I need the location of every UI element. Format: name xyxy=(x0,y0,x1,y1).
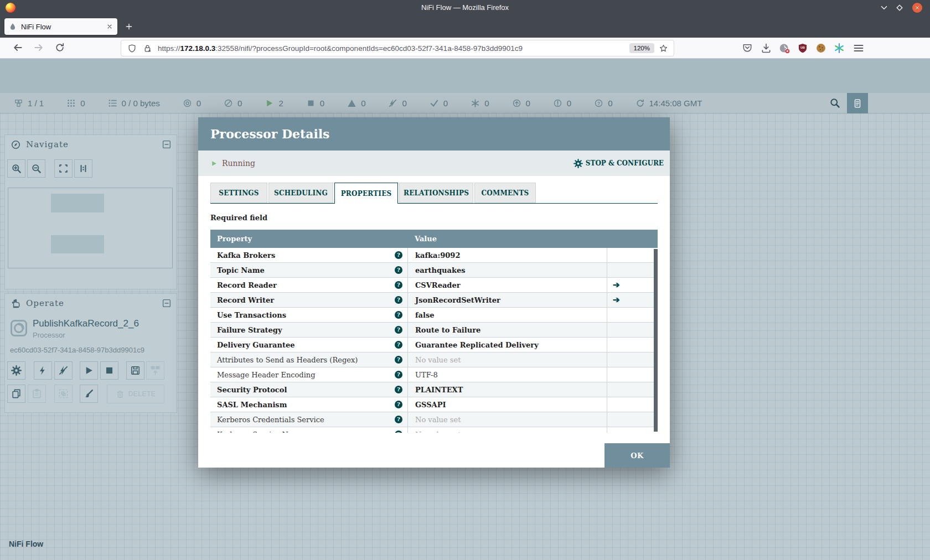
property-row[interactable]: Use Transactions?false xyxy=(210,308,658,323)
property-value[interactable]: UTF-8 xyxy=(407,367,607,382)
property-value[interactable]: JsonRecordSetWriter xyxy=(407,293,607,307)
start-button[interactable] xyxy=(80,361,98,380)
zoom-fit-button[interactable] xyxy=(54,159,73,178)
navigate-collapse-icon[interactable] xyxy=(162,139,172,149)
forward-button[interactable] xyxy=(33,42,45,54)
tab-properties[interactable]: PROPERTIES xyxy=(334,183,398,204)
help-icon[interactable]: ? xyxy=(395,296,402,304)
nifi-header: nifi admin LOG OUT xyxy=(0,59,930,93)
tab-settings[interactable]: SETTINGS xyxy=(210,183,267,203)
browser-tab[interactable]: NiFi Flow xyxy=(4,18,117,35)
property-value[interactable]: false xyxy=(407,308,607,322)
window-maximize-button[interactable] xyxy=(895,3,905,13)
tracking-shield-icon[interactable] xyxy=(127,44,137,53)
create-template-button[interactable] xyxy=(126,361,144,380)
pocket-icon[interactable] xyxy=(742,43,753,54)
window-close-button[interactable] xyxy=(912,3,922,13)
extension-icon[interactable] xyxy=(779,43,790,54)
property-row[interactable]: Failure Strategy?Route to Failure xyxy=(210,323,658,338)
property-value[interactable]: No value set xyxy=(407,412,607,427)
property-row[interactable]: Kerberos Service Name?No value set xyxy=(210,427,658,433)
tab-comments[interactable]: COMMENTS xyxy=(474,183,536,203)
tab-relationships[interactable]: RELATIONSHIPS xyxy=(399,183,473,203)
property-extra-cell xyxy=(607,397,658,412)
tab-close-icon[interactable] xyxy=(106,23,113,30)
operate-collapse-icon[interactable] xyxy=(162,298,172,308)
property-row[interactable]: Attributes to Send as Headers (Regex)?No… xyxy=(210,352,658,367)
search-icon[interactable] xyxy=(829,97,840,108)
help-icon[interactable]: ? xyxy=(395,281,402,289)
status-transmitting-value: 0 xyxy=(197,98,201,108)
url-bar[interactable]: https://172.18.0.3:32558/nifi/?processGr… xyxy=(121,40,674,56)
property-value[interactable]: kafka:9092 xyxy=(407,248,607,262)
status-history-panel-button[interactable] xyxy=(847,93,868,113)
property-value[interactable]: No value set xyxy=(407,352,607,367)
property-row[interactable]: Record Reader?CSVReader➔ xyxy=(210,278,658,293)
browser-menu-icon[interactable] xyxy=(853,43,864,54)
help-icon[interactable]: ? xyxy=(395,356,402,364)
property-row[interactable]: Topic Name?earthquakes xyxy=(210,263,658,278)
property-row[interactable]: Security Protocol?PLAINTEXT xyxy=(210,382,658,397)
property-extra-cell xyxy=(607,323,658,337)
help-icon[interactable]: ? xyxy=(395,341,402,349)
status-invalid: 0 xyxy=(347,98,365,108)
bookmark-star-icon[interactable] xyxy=(659,44,668,53)
snowflake-extension-icon[interactable] xyxy=(834,43,845,54)
zoom-actual-size-button[interactable] xyxy=(74,159,92,178)
property-value[interactable]: Route to Failure xyxy=(407,323,607,337)
zoom-in-button[interactable] xyxy=(7,159,25,178)
go-to-service-icon[interactable]: ➔ xyxy=(613,280,620,290)
new-tab-button[interactable] xyxy=(123,20,135,33)
cookie-extension-icon[interactable] xyxy=(815,43,826,54)
status-disabled: 0 xyxy=(388,98,406,108)
table-scrollbar[interactable] xyxy=(654,249,658,432)
ublock-origin-icon[interactable] xyxy=(797,43,808,54)
back-button[interactable] xyxy=(12,42,24,54)
help-icon[interactable]: ? xyxy=(395,371,402,378)
tab-scheduling[interactable]: SCHEDULING xyxy=(268,183,333,203)
configure-button[interactable] xyxy=(7,361,25,380)
property-value[interactable]: earthquakes xyxy=(407,263,607,277)
window-minimize-button[interactable] xyxy=(879,3,889,13)
status-up-to-date: 0 xyxy=(430,98,448,108)
property-row[interactable]: Delivery Guarantee?Guarantee Replicated … xyxy=(210,338,658,352)
help-icon[interactable]: ? xyxy=(395,431,402,433)
status-refresh[interactable]: 14:45:08 GMT xyxy=(636,98,702,108)
enable-button[interactable] xyxy=(34,361,52,380)
connection-lock-icon[interactable] xyxy=(143,44,152,53)
stop-button[interactable] xyxy=(100,361,118,380)
help-icon[interactable]: ? xyxy=(395,251,402,259)
property-row[interactable]: SASL Mechanism?GSSAPI xyxy=(210,397,658,412)
property-row[interactable]: Record Writer?JsonRecordSetWriter➔ xyxy=(210,293,658,308)
property-value[interactable]: No value set xyxy=(407,427,607,433)
downloads-icon[interactable] xyxy=(761,43,772,54)
copy-button[interactable] xyxy=(7,385,25,403)
refresh-icon[interactable] xyxy=(636,98,645,108)
zoom-level-badge[interactable]: 120% xyxy=(629,43,654,53)
zoom-out-button[interactable] xyxy=(27,159,45,178)
property-value[interactable]: CSVReader xyxy=(407,278,607,292)
property-value[interactable]: PLAINTEXT xyxy=(407,382,607,397)
go-to-service-icon[interactable]: ➔ xyxy=(613,295,620,305)
help-icon[interactable]: ? xyxy=(395,386,402,393)
reload-button[interactable] xyxy=(54,42,66,54)
help-icon[interactable]: ? xyxy=(395,416,402,423)
breadcrumb[interactable]: NiFi Flow xyxy=(9,540,43,548)
property-value[interactable]: Guarantee Replicated Delivery xyxy=(407,338,607,352)
url-text[interactable]: https://172.18.0.3:32558/nifi/?processGr… xyxy=(158,44,629,53)
help-icon[interactable]: ? xyxy=(395,311,402,319)
birdseye-minimap[interactable] xyxy=(8,188,173,268)
property-value[interactable]: GSSAPI xyxy=(407,397,607,412)
property-row[interactable]: Kafka Brokers?kafka:9092 xyxy=(210,248,658,263)
property-row[interactable]: Kerberos Credentials Service?No value se… xyxy=(210,412,658,427)
status-cluster-value: 1 / 1 xyxy=(28,98,44,108)
help-icon[interactable]: ? xyxy=(395,266,402,274)
change-color-button[interactable] xyxy=(80,385,98,403)
disable-button[interactable] xyxy=(54,361,73,380)
stop-and-configure-button[interactable]: STOP & CONFIGURE xyxy=(574,151,664,176)
hand-icon xyxy=(11,298,21,309)
help-icon[interactable]: ? xyxy=(395,401,402,408)
ok-button[interactable]: OK xyxy=(604,443,670,468)
property-row[interactable]: Message Header Encoding?UTF-8 xyxy=(210,367,658,382)
help-icon[interactable]: ? xyxy=(395,326,402,334)
